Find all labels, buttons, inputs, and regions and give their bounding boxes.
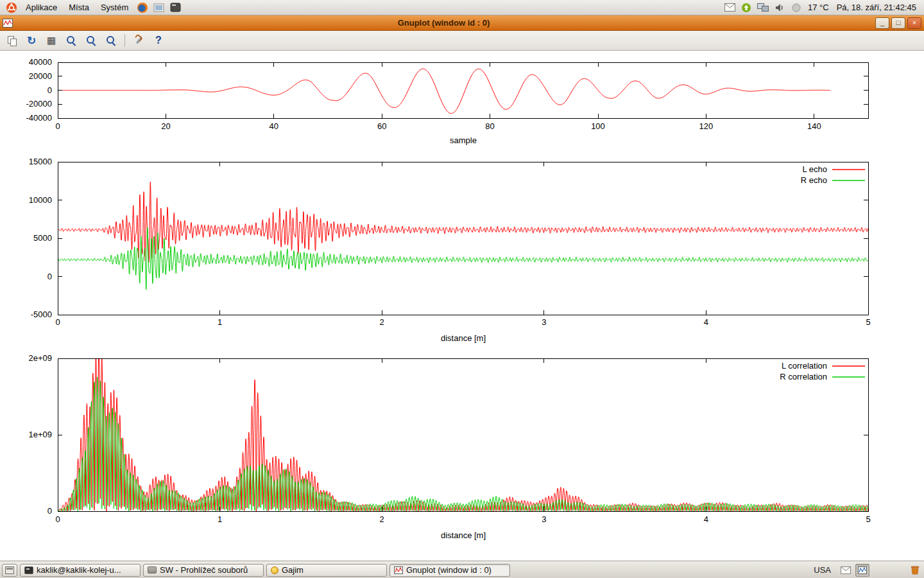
temperature-indicator[interactable]: 17 °C bbox=[805, 3, 832, 12]
y-tick-label: 2e+09 bbox=[28, 353, 52, 363]
toggle-grid-button[interactable]: ▦ bbox=[45, 34, 58, 47]
gajim-icon bbox=[271, 566, 278, 574]
taskbar-button-label: Gnuplot (window id : 0) bbox=[406, 565, 492, 575]
mail-tray-button[interactable] bbox=[839, 564, 853, 577]
x-tick-label: 4 bbox=[704, 317, 708, 327]
chart-tray-icon bbox=[858, 566, 867, 574]
grid-icon: ▦ bbox=[47, 35, 56, 46]
replot-icon: ↻ bbox=[27, 34, 36, 48]
window-titlebar[interactable]: Gnuplot (window id : 0) _ □ × bbox=[0, 15, 924, 31]
network-monitor-icon[interactable] bbox=[756, 1, 770, 14]
file-manager-icon bbox=[148, 566, 157, 574]
x-tick-label: 1 bbox=[218, 317, 222, 327]
x-tick-label: 3 bbox=[542, 514, 546, 524]
top-panel: Aplikace Místa Systém 17 °C Pá, 18. září… bbox=[0, 0, 924, 15]
x-tick-label: 5 bbox=[866, 514, 870, 524]
configure-button[interactable] bbox=[132, 34, 145, 47]
taskbar-button-terminal[interactable]: kaklik@kaklik-kolej-u... bbox=[20, 564, 141, 577]
x-tick-label: 0 bbox=[55, 121, 60, 131]
volume-icon[interactable] bbox=[773, 1, 787, 14]
chart-echo[interactable]: 012345-5000050001000015000distance [m]L … bbox=[0, 157, 924, 349]
terminal-icon bbox=[24, 566, 33, 574]
show-desktop-icon bbox=[5, 566, 14, 574]
maximize-button[interactable]: □ bbox=[891, 17, 905, 29]
plot-area: 020406080100120140-40000-200000200004000… bbox=[0, 51, 924, 561]
menu-applications[interactable]: Aplikace bbox=[21, 1, 62, 13]
taskbar-button-gnuplot[interactable]: Gnuplot (window id : 0) bbox=[389, 564, 510, 577]
legend-label: L echo bbox=[802, 164, 827, 174]
zoom-next-icon bbox=[86, 35, 96, 46]
plot-border bbox=[58, 358, 868, 511]
x-axis-label: distance [m] bbox=[441, 333, 486, 343]
y-tick-label: 0 bbox=[47, 506, 52, 516]
menu-system[interactable]: Systém bbox=[96, 1, 133, 13]
taskbar-button-gajim[interactable]: Gajim bbox=[266, 564, 387, 577]
x-tick-label: 20 bbox=[161, 121, 170, 131]
zoom-next-button[interactable] bbox=[85, 34, 98, 47]
x-tick-label: 40 bbox=[270, 121, 278, 131]
legend-label: R echo bbox=[801, 175, 827, 185]
x-tick-label: 0 bbox=[55, 317, 60, 327]
copy-icon bbox=[7, 36, 17, 46]
x-tick-label: 60 bbox=[377, 121, 386, 131]
x-tick-label: 4 bbox=[704, 514, 708, 524]
help-icon: ? bbox=[155, 35, 162, 46]
minimize-button[interactable]: _ bbox=[875, 17, 889, 29]
gnuplot-toolbar: ↻ ▦ ? bbox=[0, 31, 924, 51]
x-tick-label: 140 bbox=[807, 121, 821, 131]
chart-sample-waveform[interactable]: 020406080100120140-40000-200000200004000… bbox=[0, 56, 924, 152]
series-line bbox=[58, 377, 868, 511]
copy-to-clipboard-button[interactable] bbox=[5, 34, 18, 47]
help-button[interactable]: ? bbox=[152, 34, 165, 47]
gnuplot-window-icon bbox=[3, 18, 14, 28]
clock[interactable]: Pá, 18. září, 21:42:45 bbox=[833, 3, 920, 12]
mail-notification-icon[interactable] bbox=[723, 1, 737, 14]
x-tick-label: 5 bbox=[866, 317, 870, 327]
series-line bbox=[58, 358, 868, 511]
keyboard-layout-indicator[interactable]: USA bbox=[809, 565, 836, 575]
zoom-previous-button[interactable] bbox=[65, 34, 78, 47]
weather-icon[interactable] bbox=[789, 1, 803, 14]
y-tick-label: -20000 bbox=[26, 99, 52, 109]
x-tick-label: 100 bbox=[591, 121, 605, 131]
window-title: Gnuplot (window id : 0) bbox=[14, 18, 873, 28]
series-line bbox=[58, 182, 868, 262]
x-tick-label: 2 bbox=[380, 514, 384, 524]
terminal-launcher-icon[interactable] bbox=[169, 1, 183, 14]
y-tick-label: 0 bbox=[47, 272, 52, 281]
taskbar-button-label: SW - Prohlížeč souborů bbox=[160, 565, 248, 575]
legend-label: L correlation bbox=[782, 361, 827, 371]
close-button[interactable]: × bbox=[907, 17, 921, 29]
taskbar: kaklik@kaklik-kolej-u... SW - Prohlížeč … bbox=[0, 561, 924, 578]
distro-menu-icon[interactable] bbox=[4, 1, 19, 14]
x-tick-label: 0 bbox=[55, 514, 60, 524]
screenshot-launcher-icon[interactable] bbox=[152, 1, 166, 14]
taskbar-button-label: Gajim bbox=[282, 565, 304, 575]
replot-button[interactable]: ↻ bbox=[25, 34, 38, 47]
toolbar-separator bbox=[124, 34, 125, 47]
mail-icon bbox=[841, 566, 851, 574]
series-line bbox=[58, 69, 830, 114]
plot-border bbox=[58, 62, 868, 118]
x-tick-label: 120 bbox=[699, 121, 714, 131]
show-desktop-button[interactable] bbox=[2, 564, 17, 577]
gnuplot-tray-button[interactable] bbox=[855, 564, 869, 577]
autoscale-button[interactable] bbox=[105, 34, 117, 47]
chart-correlation[interactable]: 01234501e+092e+09distance [m]L correlati… bbox=[0, 353, 924, 546]
wrench-icon bbox=[133, 35, 144, 46]
update-manager-icon[interactable] bbox=[739, 1, 753, 14]
desktop: Aplikace Místa Systém 17 °C Pá, 18. září… bbox=[0, 0, 924, 578]
y-tick-label: 40000 bbox=[29, 57, 52, 67]
y-tick-label: 0 bbox=[47, 85, 52, 95]
trash-icon bbox=[910, 565, 920, 575]
y-tick-label: 20000 bbox=[29, 71, 52, 81]
trash-button[interactable] bbox=[908, 564, 922, 577]
y-tick-label: 1e+09 bbox=[28, 430, 52, 439]
zoom-previous-icon bbox=[66, 35, 76, 46]
taskbar-button-file-manager[interactable]: SW - Prohlížeč souborů bbox=[143, 564, 264, 577]
x-axis-label: distance [m] bbox=[441, 530, 486, 540]
x-tick-label: 80 bbox=[485, 121, 494, 131]
y-tick-label: -5000 bbox=[31, 310, 52, 319]
firefox-launcher-icon[interactable] bbox=[135, 1, 150, 14]
menu-places[interactable]: Místa bbox=[64, 1, 94, 13]
